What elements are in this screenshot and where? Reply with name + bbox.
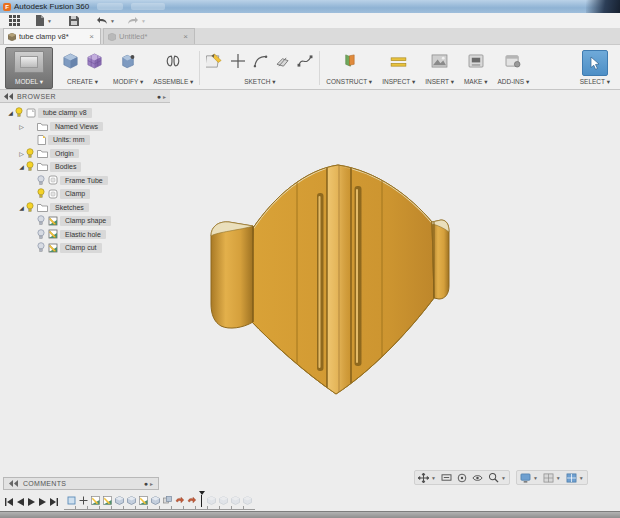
timeline-feature-move-icon[interactable]: [78, 495, 89, 506]
sketch-trim-button[interactable]: [275, 54, 290, 72]
timeline-feature-extrude-icon[interactable]: [126, 495, 137, 506]
browser-header[interactable]: BROWSER ● ▸: [0, 90, 170, 103]
modify-button[interactable]: [120, 53, 136, 74]
tab-tube-clamp-v8[interactable]: tube clamp v8* ×: [3, 28, 101, 44]
tree-expander-icon[interactable]: ◢: [17, 163, 26, 170]
display-settings-button[interactable]: ▼: [519, 473, 539, 483]
tree-item-clamp-shape[interactable]: Clamp shape: [0, 214, 170, 228]
visibility-bulb-icon[interactable]: [15, 107, 23, 118]
tree-item-clamp-cut[interactable]: Clamp cut: [0, 241, 170, 255]
group-label[interactable]: MODIFY ▾: [113, 78, 143, 86]
measure-icon: [390, 56, 407, 68]
tree-item-units-mm[interactable]: Units: mm: [0, 133, 170, 147]
go-to-start-button[interactable]: [5, 492, 13, 510]
redo-button[interactable]: ▼: [125, 14, 148, 27]
step-back-button[interactable]: [17, 492, 24, 510]
visibility-bulb-icon[interactable]: [37, 188, 45, 199]
app-grid-button[interactable]: [7, 14, 22, 27]
tree-item-tube-clamp-v8[interactable]: ◢tube clamp v8: [0, 106, 170, 120]
timeline-suppressed-feature-icon[interactable]: [218, 495, 229, 506]
timeline-feature-sketch-icon[interactable]: [102, 495, 113, 506]
tube-clamp-model[interactable]: [205, 158, 450, 413]
group-label[interactable]: INSPECT ▾: [382, 78, 415, 86]
sketch-arc-button[interactable]: [253, 54, 268, 72]
group-label[interactable]: ADD-INS ▾: [497, 78, 529, 86]
create-sketch-button[interactable]: [206, 53, 223, 73]
select-button[interactable]: [582, 50, 608, 76]
timeline-feature-box-icon[interactable]: [66, 495, 77, 506]
go-to-end-button[interactable]: [50, 492, 58, 510]
collapse-panel-icon[interactable]: [4, 93, 13, 100]
close-tab-icon[interactable]: ×: [87, 32, 96, 41]
timeline-position-marker[interactable]: [198, 491, 205, 507]
tree-item-bodies[interactable]: ◢Bodies: [0, 160, 170, 174]
zoom-button[interactable]: ▼: [487, 472, 507, 483]
timeline-suppressed-feature-icon[interactable]: [242, 495, 253, 506]
timeline-feature-sketch-icon[interactable]: [138, 495, 149, 506]
sketch-spline-button[interactable]: [297, 54, 313, 72]
document-tabbar: tube clamp v8* × Untitled* ×: [0, 28, 620, 45]
viewports-button[interactable]: ▼: [565, 473, 585, 483]
tree-expander-icon[interactable]: ◢: [17, 204, 26, 211]
tree-expander-icon[interactable]: ◢: [6, 109, 15, 116]
browser-options-icon[interactable]: ●: [157, 93, 161, 100]
visibility-bulb-icon[interactable]: [26, 202, 34, 213]
insert-button[interactable]: [431, 54, 448, 72]
group-label[interactable]: MAKE ▾: [464, 78, 488, 86]
browser-resize-icon[interactable]: ▸: [163, 93, 166, 100]
look-at-button[interactable]: [471, 473, 484, 483]
group-label[interactable]: ASSEMBLE ▾: [153, 78, 193, 86]
tree-expander-icon[interactable]: ▷: [17, 123, 26, 130]
tree-expander-icon[interactable]: ▷: [17, 150, 26, 157]
play-button[interactable]: [28, 492, 35, 510]
visibility-bulb-icon[interactable]: [37, 215, 45, 226]
create-solid-button[interactable]: [62, 53, 79, 74]
group-label[interactable]: SKETCH ▾: [244, 78, 275, 86]
visibility-bulb-icon[interactable]: [37, 229, 45, 240]
step-forward-button[interactable]: [39, 492, 46, 510]
create-form-button[interactable]: [86, 53, 103, 74]
inspect-button[interactable]: [390, 54, 407, 72]
visibility-bulb-icon[interactable]: [26, 148, 34, 159]
3d-viewport[interactable]: BROWSER ● ▸ ◢tube clamp v8▷Named ViewsUn…: [0, 90, 620, 490]
comments-bar[interactable]: COMMENTS ● ▸: [3, 477, 159, 490]
group-label[interactable]: INSERT ▾: [425, 78, 454, 86]
addins-button[interactable]: [505, 54, 521, 72]
visibility-bulb-icon[interactable]: [37, 242, 45, 253]
timeline-feature-extrude-icon[interactable]: [114, 495, 125, 506]
timeline-suppressed-feature-icon[interactable]: [206, 495, 217, 506]
sketch-point-button[interactable]: [230, 53, 246, 73]
grid-snaps-button[interactable]: ▼: [542, 473, 562, 483]
timeline-suppressed-feature-icon[interactable]: [230, 495, 241, 506]
group-label[interactable]: CREATE ▾: [67, 78, 98, 86]
pan-button[interactable]: ▼: [417, 473, 437, 483]
tree-item-origin[interactable]: ▷Origin: [0, 147, 170, 161]
timeline-feature-arrow-icon[interactable]: [174, 495, 185, 506]
tree-item-clamp[interactable]: Clamp: [0, 187, 170, 201]
timeline-feature-combine-icon[interactable]: [162, 495, 173, 506]
orbit-button[interactable]: [456, 473, 468, 483]
timeline-feature-extrude-icon[interactable]: [150, 495, 161, 506]
group-label[interactable]: CONSTRUCT ▾: [326, 78, 372, 86]
assemble-button[interactable]: [164, 54, 182, 73]
group-label[interactable]: SELECT ▾: [580, 78, 610, 86]
construct-button[interactable]: [341, 53, 357, 73]
tree-item-elastic-hole[interactable]: Elastic hole: [0, 228, 170, 242]
undo-button[interactable]: ▼: [94, 14, 117, 27]
close-tab-icon[interactable]: ×: [181, 32, 190, 41]
tree-item-named-views[interactable]: ▷Named Views: [0, 120, 170, 134]
visibility-bulb-icon[interactable]: [26, 161, 34, 172]
visibility-bulb-icon[interactable]: [37, 175, 45, 186]
tab-untitled[interactable]: Untitled* ×: [103, 28, 195, 44]
make-button[interactable]: [468, 54, 484, 72]
tree-item-frame-tube[interactable]: Frame Tube: [0, 174, 170, 188]
save-button[interactable]: [67, 14, 81, 27]
timeline-feature-arrow-icon[interactable]: [186, 495, 197, 506]
file-menu-button[interactable]: ▼: [33, 14, 54, 27]
tree-item-sketches[interactable]: ◢Sketches: [0, 201, 170, 215]
comments-options-icon[interactable]: ●: [144, 480, 148, 487]
workspace-switcher-model[interactable]: MODEL ▾: [5, 47, 53, 89]
fit-button[interactable]: [440, 473, 453, 482]
timeline-feature-sketch-icon[interactable]: [90, 495, 101, 506]
comments-resize-icon[interactable]: ▸: [150, 480, 153, 487]
